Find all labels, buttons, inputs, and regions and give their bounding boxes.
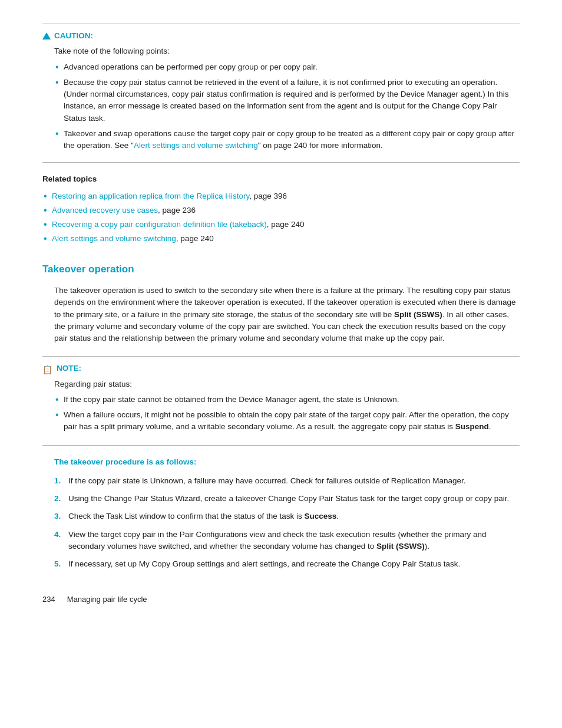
divider-1 [42, 162, 520, 163]
footer-label: Managing pair life cycle [67, 594, 147, 605]
procedure-list: If the copy pair state is Unknown, a fai… [42, 475, 520, 571]
step3-bold-success: Success [304, 512, 336, 521]
note-item-1: If the copy pair state cannot be obtaine… [54, 394, 520, 406]
procedure-step-1: If the copy pair state is Unknown, a fai… [54, 475, 520, 487]
takeover-bold-1: Split (SSWS) [394, 310, 442, 319]
procedure-section: The takeover procedure is as follows: If… [42, 456, 520, 571]
caution-triangle-icon [42, 32, 51, 39]
note-intro: Regarding pair status: [54, 378, 520, 390]
note-list: If the copy pair state cannot be obtaine… [54, 394, 520, 433]
related-topic-link-3[interactable]: Recovering a copy pair configuration def… [52, 220, 267, 229]
note-body: Regarding pair status: If the copy pair … [42, 378, 520, 433]
caution-item-3: Takeover and swap operations cause the t… [54, 128, 520, 152]
note-title: NOTE: [42, 363, 520, 374]
page-number: 234 [42, 594, 55, 605]
caution-intro: Take note of the following points: [54, 45, 520, 57]
page: CAUTION: Take note of the following poin… [0, 0, 562, 728]
step4-bold-ssws: Split (SSWS) [376, 542, 425, 551]
takeover-heading: Takeover operation [42, 262, 520, 277]
related-topic-3: Recovering a copy pair configuration def… [42, 219, 520, 230]
caution-item-2: Because the copy pair status cannot be r… [54, 77, 520, 124]
caution-list: Advanced operations can be performed per… [54, 61, 520, 152]
takeover-body: The takeover operation is used to switch… [42, 285, 520, 344]
related-topics-section: Related topics Restoring an application … [42, 173, 520, 245]
note-box: NOTE: Regarding pair status: If the copy… [42, 356, 520, 433]
page-footer: 234 Managing pair life cycle [42, 594, 520, 605]
caution-title: CAUTION: [42, 30, 520, 42]
related-topic-4: Alert settings and volume switching, pag… [42, 233, 520, 245]
related-topics-title: Related topics [42, 173, 520, 185]
procedure-step-2: Using the Change Pair Status Wizard, cre… [54, 493, 520, 505]
procedure-heading: The takeover procedure is as follows: [42, 456, 520, 468]
related-topics-list: Restoring an application replica from th… [42, 190, 520, 245]
procedure-step-4: View the target copy pair in the Pair Co… [54, 529, 520, 553]
related-topic-2: Advanced recovery use cases, page 236 [42, 205, 520, 216]
takeover-section: Takeover operation The takeover operatio… [42, 262, 520, 345]
caution-link-alert[interactable]: Alert settings and volume switching [134, 141, 258, 150]
caution-box: CAUTION: Take note of the following poin… [42, 24, 520, 151]
divider-2 [42, 445, 520, 446]
note-icon [42, 364, 53, 373]
related-topic-link-1[interactable]: Restoring an application replica from th… [52, 192, 249, 200]
related-topic-1: Restoring an application replica from th… [42, 190, 520, 202]
note-label: NOTE: [57, 363, 81, 374]
note-item-2: When a failure occurs, it might not be p… [54, 409, 520, 433]
related-topic-link-4[interactable]: Alert settings and volume switching [52, 234, 176, 243]
procedure-step-5: If necessary, set up My Copy Group setti… [54, 558, 520, 570]
note-bold-suspend: Suspend [455, 422, 489, 431]
related-topic-link-2[interactable]: Advanced recovery use cases [52, 206, 158, 215]
caution-body: Take note of the following points: Advan… [42, 45, 520, 151]
procedure-step-3: Check the Task List window to confirm th… [54, 510, 520, 522]
caution-label: CAUTION: [54, 30, 93, 42]
caution-item-1: Advanced operations can be performed per… [54, 61, 520, 73]
